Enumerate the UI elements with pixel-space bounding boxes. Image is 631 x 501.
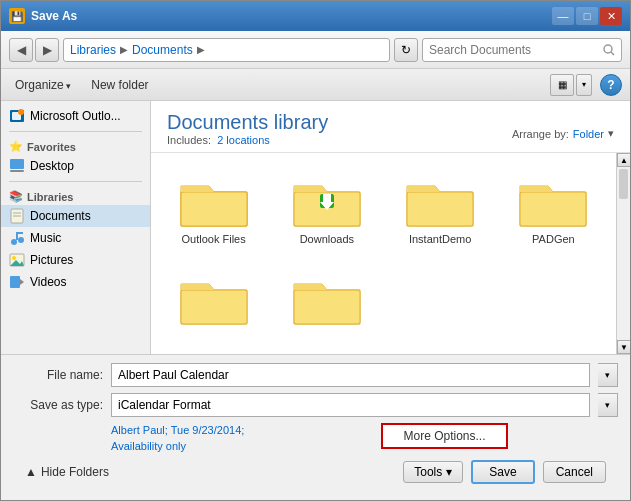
- arrange-by-value[interactable]: Folder: [573, 128, 604, 140]
- view-dropdown-arrow-icon: ▾: [582, 80, 586, 89]
- svg-marker-29: [407, 186, 440, 192]
- info-text: Albert Paul; Tue 9/23/2014; Availability…: [13, 423, 263, 454]
- library-title: Documents library: [167, 111, 328, 134]
- cancel-button[interactable]: Cancel: [543, 461, 606, 483]
- footer-right: Tools ▾ Save Cancel: [403, 460, 606, 484]
- title-text: Save As: [31, 9, 546, 23]
- scroll-up-button[interactable]: ▲: [617, 153, 630, 167]
- save-button[interactable]: Save: [471, 460, 534, 484]
- folder-5[interactable]: [161, 261, 266, 339]
- forward-button[interactable]: ▶: [35, 38, 59, 62]
- folder-instantdemo[interactable]: InstantDemo: [388, 163, 493, 253]
- breadcrumb-bar: Libraries ▶ Documents ▶: [63, 38, 390, 62]
- folder-padgen[interactable]: PADGen: [501, 163, 606, 253]
- documents-icon: [9, 208, 25, 224]
- view-dropdown-button[interactable]: ▾: [576, 74, 592, 96]
- svg-rect-28: [407, 192, 473, 226]
- svg-marker-35: [181, 284, 214, 290]
- scroll-down-button[interactable]: ▼: [617, 340, 630, 354]
- title-bar: 💾 Save As — □ ✕: [1, 1, 630, 31]
- tools-dropdown-icon: ▾: [446, 465, 452, 479]
- folder-downloads-icon: [292, 171, 362, 231]
- tools-button[interactable]: Tools ▾: [403, 461, 463, 483]
- sidebar-item-desktop[interactable]: Desktop: [1, 155, 150, 177]
- breadcrumb-sep-2: ▶: [197, 44, 205, 55]
- search-input[interactable]: [422, 38, 622, 62]
- arrange-dropdown-icon[interactable]: ▾: [608, 127, 614, 140]
- pictures-icon: [9, 252, 25, 268]
- title-icon: 💾: [9, 8, 25, 24]
- locations-link[interactable]: 2 locations: [217, 134, 270, 146]
- svg-marker-32: [520, 186, 553, 192]
- svg-rect-15: [10, 276, 20, 288]
- save-type-input[interactable]: [111, 393, 590, 417]
- folder-instantdemo-icon: [405, 171, 475, 231]
- svg-rect-34: [181, 290, 247, 324]
- new-folder-button[interactable]: New folder: [85, 76, 154, 94]
- file-name-dropdown-button[interactable]: ▾: [598, 363, 618, 387]
- file-name-wrapper: [111, 363, 590, 387]
- view-icon: ▦: [558, 79, 567, 90]
- sidebar-item-videos[interactable]: Videos: [1, 271, 150, 293]
- breadcrumb-libraries[interactable]: Libraries: [70, 43, 116, 57]
- sidebar-item-outlook[interactable]: Microsoft Outlo...: [1, 105, 150, 127]
- sidebar-item-documents[interactable]: Documents: [1, 205, 150, 227]
- view-button[interactable]: ▦: [550, 74, 574, 96]
- close-button[interactable]: ✕: [600, 7, 622, 25]
- scroll-thumb[interactable]: [619, 169, 628, 199]
- save-type-dropdown-button[interactable]: ▾: [598, 393, 618, 417]
- svg-rect-37: [294, 290, 360, 324]
- save-as-dialog: 💾 Save As — □ ✕ ◀ ▶ Libraries ▶ Document…: [0, 0, 631, 501]
- favorites-icon: ⭐: [9, 140, 23, 153]
- svg-point-9: [18, 237, 24, 243]
- svg-rect-3: [10, 159, 24, 169]
- folder-downloads[interactable]: Downloads: [274, 163, 379, 253]
- folder-padgen-icon: [518, 171, 588, 231]
- folder-outlook-icon: [179, 171, 249, 231]
- svg-rect-19: [181, 192, 247, 226]
- content-area: Documents library Includes: 2 locations …: [151, 101, 630, 354]
- svg-rect-26: [323, 194, 331, 204]
- folders-grid: Outlook Files: [151, 153, 616, 354]
- desktop-icon: [9, 158, 25, 174]
- organize-button[interactable]: Organize: [9, 76, 77, 94]
- save-type-label: Save as type:: [13, 398, 103, 412]
- bottom-area: File name: ▾ Save as type: ▾ Albert Paul…: [1, 354, 630, 500]
- refresh-button[interactable]: ↻: [394, 38, 418, 62]
- sidebar-music-label: Music: [30, 231, 61, 245]
- sidebar-libraries-header[interactable]: 📚 Libraries: [1, 186, 150, 205]
- back-button[interactable]: ◀: [9, 38, 33, 62]
- maximize-button[interactable]: □: [576, 7, 598, 25]
- file-name-label: File name:: [13, 368, 103, 382]
- sidebar-pictures-label: Pictures: [30, 253, 73, 267]
- videos-icon: [9, 274, 25, 290]
- scroll-track: ▲ ▼: [616, 153, 630, 354]
- sidebar-item-pictures[interactable]: Pictures: [1, 249, 150, 271]
- title-controls: — □ ✕: [552, 7, 622, 25]
- music-icon: [9, 230, 25, 246]
- folder-outlook-label: Outlook Files: [182, 233, 246, 245]
- folder-6-icon: [292, 269, 362, 329]
- library-subtitle: Includes: 2 locations: [167, 134, 328, 146]
- folder-outlook-files[interactable]: Outlook Files: [161, 163, 266, 253]
- file-name-input[interactable]: [111, 363, 590, 387]
- folder-downloads-label: Downloads: [300, 233, 354, 245]
- main-area: Microsoft Outlo... ⭐ Favorites Desktop 📚…: [1, 101, 630, 354]
- hide-folders-button[interactable]: ▲ Hide Folders: [25, 465, 109, 479]
- folder-6[interactable]: [274, 261, 379, 339]
- folder-5-icon: [179, 269, 249, 329]
- action-bar: Organize New folder ▦ ▾ ?: [1, 69, 630, 101]
- breadcrumb-documents[interactable]: Documents: [132, 43, 193, 57]
- help-button[interactable]: ?: [600, 74, 622, 96]
- more-options-button[interactable]: More Options...: [381, 423, 507, 449]
- content-header: Documents library Includes: 2 locations …: [151, 101, 630, 153]
- libraries-icon: 📚: [9, 190, 23, 203]
- svg-marker-38: [294, 284, 327, 290]
- svg-rect-11: [16, 232, 23, 234]
- sidebar-favorites-header[interactable]: ⭐ Favorites: [1, 136, 150, 155]
- more-options-area: More Options...: [271, 423, 618, 449]
- sidebar-item-music[interactable]: Music: [1, 227, 150, 249]
- file-name-row: File name: ▾: [13, 363, 618, 387]
- sidebar-desktop-label: Desktop: [30, 159, 74, 173]
- minimize-button[interactable]: —: [552, 7, 574, 25]
